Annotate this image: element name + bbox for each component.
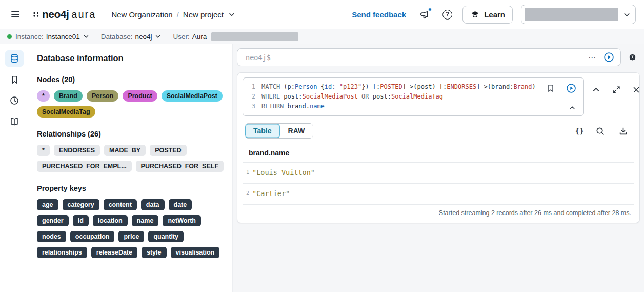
download-results-icon[interactable] <box>616 124 630 138</box>
database-label: Database: <box>101 33 133 41</box>
property-key-badge[interactable]: occupation <box>70 231 115 242</box>
row-value: "Louis Vuitton" <box>252 168 315 177</box>
property-key-badge[interactable]: content <box>104 199 137 210</box>
left-icon-rail <box>0 44 29 292</box>
sidebar-item-saved-cypher[interactable] <box>5 71 24 88</box>
node-label-badge[interactable]: Brand <box>54 90 83 102</box>
property-key-badge[interactable]: age <box>37 199 58 210</box>
query-bar[interactable]: ⋯ <box>237 48 621 66</box>
node-label-badge[interactable]: * <box>37 90 50 102</box>
property-key-badge[interactable]: name <box>132 215 159 226</box>
property-key-badge[interactable]: data <box>141 199 165 210</box>
instance-label: Instance: <box>15 33 44 41</box>
chevron-down-icon[interactable] <box>228 10 236 18</box>
breadcrumb-project[interactable]: New project <box>183 10 224 19</box>
send-feedback-link[interactable]: Send feedback <box>349 10 409 20</box>
menu-icon[interactable] <box>8 7 23 22</box>
panel-title: Database information <box>37 53 224 63</box>
cypher-editor[interactable]: 1MATCH (p:Person {id: "p123"})-[:POSTED]… <box>243 77 584 116</box>
relationship-type-badge[interactable]: PURCHASED_FOR_SELF <box>136 161 224 172</box>
property-key-badge[interactable]: netWorth <box>163 215 201 226</box>
editor-actions <box>544 81 578 95</box>
card-actions <box>589 77 634 96</box>
relationship-type-badge[interactable]: * <box>37 145 50 156</box>
user-indicator: User: Aura <box>173 32 298 41</box>
neo4j-aura-logo[interactable]: neo4j aura <box>33 8 96 21</box>
user-label: User: <box>173 33 189 41</box>
database-value: neo4j <box>135 33 152 41</box>
database-icon <box>9 53 19 64</box>
code-line: 1MATCH (p:Person {id: "p123"})-[:POSTED]… <box>248 82 579 92</box>
close-card-icon[interactable] <box>630 83 643 96</box>
row-number: 2 <box>246 190 249 196</box>
logo-neo4j: neo4j <box>42 8 69 21</box>
collapse-editor-icon[interactable] <box>566 102 578 114</box>
relationship-type-badge[interactable]: PURCHASED_FOR_EMPL... <box>37 161 132 172</box>
learn-button[interactable]: Learn <box>462 6 513 24</box>
property-key-badge[interactable]: location <box>93 215 128 226</box>
property-key-badge[interactable]: nodes <box>37 231 66 242</box>
row-value: "Cartier" <box>252 189 290 198</box>
help-button[interactable]: ? <box>440 8 454 22</box>
collapse-card-icon[interactable] <box>589 83 603 96</box>
tab-table[interactable]: Table <box>245 124 280 138</box>
table-row: 2"Cartier" <box>243 184 634 205</box>
database-information-panel: Database information Nodes (20) *BrandPe… <box>29 44 233 292</box>
property-keys-section-title: Property keys <box>37 184 224 192</box>
bookmark-icon <box>10 75 19 85</box>
node-label-badge[interactable]: SocialMediaPost <box>162 90 223 102</box>
row-number: 1 <box>246 169 249 175</box>
relationship-type-badge[interactable]: ENDORSES <box>54 145 100 156</box>
relationships-section-title: Relationships (26) <box>37 130 224 138</box>
clock-icon <box>9 95 19 106</box>
node-label-badge[interactable]: Person <box>87 90 118 102</box>
instance-status-dot <box>7 34 12 39</box>
bookmark-query-icon[interactable] <box>544 82 557 95</box>
instance-bar: Instance: Instance01 Database: neo4j Use… <box>0 29 644 44</box>
expand-fullscreen-icon[interactable] <box>610 83 623 96</box>
property-key-badge[interactable]: quantity <box>148 231 184 242</box>
database-selector[interactable]: Database: neo4j <box>101 33 162 41</box>
breadcrumb: New Organization / New project <box>111 10 236 19</box>
code-line: 3RETURN brand.name <box>248 102 579 111</box>
property-key-badge[interactable]: category <box>63 199 99 210</box>
query-more-options-icon[interactable]: ⋯ <box>583 53 601 62</box>
property-key-badge[interactable]: visualisation <box>171 247 220 258</box>
settings-gear-icon[interactable] <box>625 50 640 65</box>
relationship-type-badge[interactable]: POSTED <box>150 145 186 156</box>
code-line: 2WHERE post:SocialMediaPost OR post:Soci… <box>248 92 579 102</box>
chevron-down-icon <box>622 10 631 19</box>
breadcrumb-organization[interactable]: New Organization <box>111 10 172 19</box>
parameters-braces-icon[interactable]: {} <box>575 127 584 135</box>
instance-selector[interactable]: Instance: Instance01 <box>15 33 90 41</box>
relationship-type-badge[interactable]: MADE_BY <box>104 145 146 156</box>
line-number: 1 <box>248 82 255 92</box>
property-key-badge[interactable]: date <box>169 199 192 210</box>
cypher-code: 1MATCH (p:Person {id: "p123"})-[:POSTED]… <box>248 82 579 111</box>
rerun-query-icon[interactable] <box>564 81 578 95</box>
property-key-badge[interactable]: gender <box>37 215 69 226</box>
query-main-area: ⋯ 1MATCH (p:Person {id: "p123"})-[:POSTE… <box>233 44 644 292</box>
book-icon <box>9 116 19 127</box>
tab-raw[interactable]: RAW <box>280 124 313 138</box>
result-toolbar: TableRAW {} <box>243 123 634 139</box>
property-key-badge[interactable]: releaseDate <box>91 247 137 258</box>
line-number: 2 <box>248 92 255 102</box>
property-key-badge[interactable]: price <box>118 231 144 242</box>
node-label-badge[interactable]: Product <box>123 90 157 102</box>
learn-label: Learn <box>484 10 505 19</box>
property-key-badge[interactable]: relationships <box>37 247 87 258</box>
announcements-icon[interactable] <box>417 7 432 22</box>
property-key-badge[interactable]: id <box>73 215 89 226</box>
query-input[interactable] <box>245 53 583 62</box>
sidebar-item-documentation[interactable] <box>5 113 24 130</box>
search-results-icon[interactable] <box>593 124 607 138</box>
property-key-badge[interactable]: style <box>142 247 167 258</box>
result-toolbar-icons: {} <box>575 124 632 138</box>
user-account-menu[interactable] <box>521 5 636 24</box>
run-query-icon[interactable] <box>601 50 616 65</box>
node-label-badge[interactable]: SocialMediaTag <box>37 106 95 118</box>
line-number: 3 <box>248 102 255 111</box>
sidebar-item-history[interactable] <box>5 92 24 109</box>
sidebar-item-database-information[interactable] <box>5 50 24 67</box>
